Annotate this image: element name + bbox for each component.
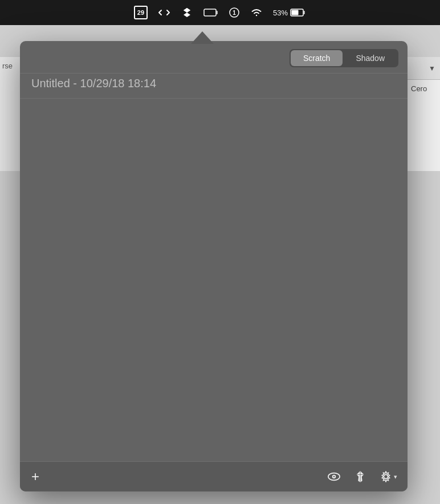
popup-triangle <box>191 31 214 44</box>
svg-rect-2 <box>204 9 216 16</box>
background-window-left: rse <box>0 57 23 171</box>
battery-status: 53% <box>273 8 306 17</box>
popup-toolbar: + <box>20 461 408 491</box>
svg-point-14 <box>384 474 388 478</box>
settings-button[interactable] <box>379 470 393 483</box>
gear-chevron-group: ▾ <box>379 470 397 483</box>
svg-point-11 <box>333 476 335 478</box>
segment-shadow-button[interactable]: Shadow <box>343 50 397 66</box>
battery-percent-label: 53% <box>273 9 288 17</box>
toolbar-right: ▾ <box>327 469 397 484</box>
show-button[interactable] <box>327 469 341 484</box>
pin-icon <box>355 470 365 483</box>
background-window-left-label: rse <box>0 57 22 75</box>
svg-text:1: 1 <box>233 10 236 16</box>
dropdown-arrow-icon[interactable]: ▼ <box>429 64 435 72</box>
pin-button[interactable] <box>354 469 366 484</box>
popup-content-area <box>20 99 408 461</box>
popup-panel: Scratch Shadow Untitled - 10/29/18 18:14… <box>20 41 408 491</box>
svg-marker-1 <box>184 8 190 13</box>
svg-rect-7 <box>292 10 299 15</box>
background-window-right-header: ▼ <box>406 57 440 80</box>
gear-chevron-icon[interactable]: ▾ <box>394 473 397 481</box>
toolbar-left: + <box>30 469 40 485</box>
wifi-icon[interactable] <box>250 7 263 18</box>
background-window-right-content: Cero <box>406 80 440 97</box>
popup-header: Scratch Shadow <box>20 41 408 73</box>
code-edit-icon[interactable] <box>158 6 170 19</box>
svg-rect-3 <box>216 11 218 14</box>
battery-outline-icon[interactable] <box>203 8 218 17</box>
background-window-right: ▼ Cero <box>406 57 440 171</box>
calendar-date: 29 <box>137 9 144 16</box>
document-title: Untitled - 10/29/18 18:14 <box>20 74 408 98</box>
add-button[interactable]: + <box>30 469 40 485</box>
segment-scratch-button[interactable]: Scratch <box>291 50 343 66</box>
svg-rect-8 <box>303 11 305 14</box>
gear-icon <box>380 471 392 482</box>
segment-control: Scratch Shadow <box>290 49 398 67</box>
calendar-icon[interactable]: 29 <box>134 6 148 19</box>
dropbox-icon[interactable] <box>181 6 193 19</box>
password-icon[interactable]: 1 <box>229 7 240 18</box>
menubar: 29 1 53% <box>0 0 440 25</box>
eye-icon <box>328 470 340 483</box>
